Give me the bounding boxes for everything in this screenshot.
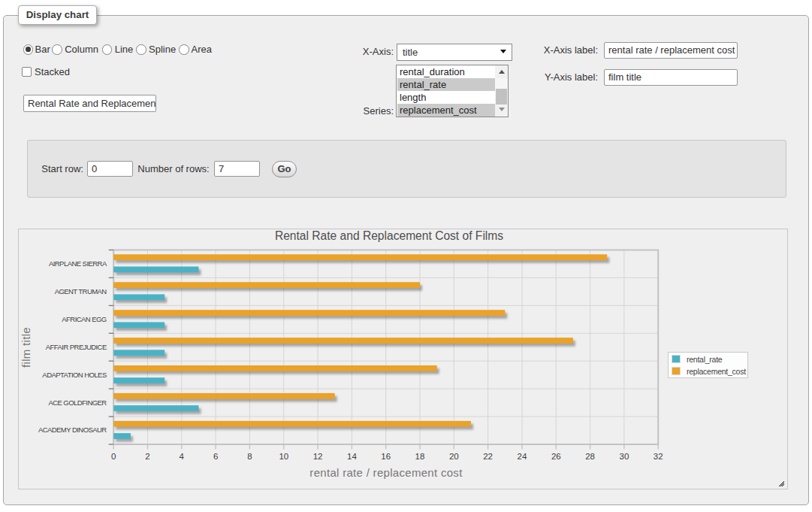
svg-text:28: 28 bbox=[585, 452, 595, 461]
svg-text:26: 26 bbox=[551, 452, 561, 461]
svg-text:8: 8 bbox=[247, 452, 252, 461]
svg-text:AFRICAN EGG: AFRICAN EGG bbox=[62, 315, 107, 323]
svg-text:32: 32 bbox=[654, 452, 663, 461]
svg-text:0: 0 bbox=[111, 452, 116, 461]
svg-text:ACADEMY DINOSAUR: ACADEMY DINOSAUR bbox=[38, 426, 107, 434]
svg-text:AGENT TRUMAN: AGENT TRUMAN bbox=[55, 287, 107, 295]
svg-text:16: 16 bbox=[381, 452, 391, 461]
svg-text:30: 30 bbox=[620, 452, 629, 461]
svg-text:12: 12 bbox=[313, 452, 323, 461]
svg-text:10: 10 bbox=[279, 452, 288, 461]
svg-text:18: 18 bbox=[415, 452, 425, 461]
svg-text:AFFAIR PREJUDICE: AFFAIR PREJUDICE bbox=[46, 343, 107, 351]
svg-text:6: 6 bbox=[213, 452, 218, 461]
svg-text:22: 22 bbox=[483, 452, 493, 461]
svg-text:20: 20 bbox=[449, 452, 459, 461]
svg-text:AIRPLANE SIERRA: AIRPLANE SIERRA bbox=[49, 259, 107, 268]
svg-text:4: 4 bbox=[180, 452, 185, 461]
svg-text:2: 2 bbox=[145, 452, 149, 461]
svg-text:ACE GOLDFINGER: ACE GOLDFINGER bbox=[48, 398, 107, 407]
svg-text:ADAPTATION HOLES: ADAPTATION HOLES bbox=[42, 371, 107, 379]
svg-text:14: 14 bbox=[347, 452, 357, 461]
svg-text:24: 24 bbox=[518, 452, 527, 461]
